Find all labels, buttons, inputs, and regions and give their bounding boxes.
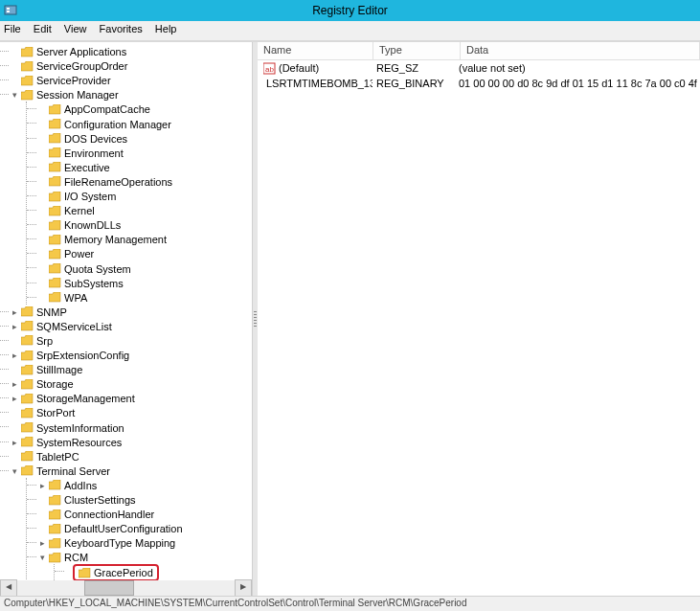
folder-icon [21, 437, 34, 447]
tree-node[interactable]: ServiceGroupOrder [19, 59, 129, 73]
folder-icon [49, 480, 61, 490]
tree-node[interactable]: AppCompatCache [47, 102, 152, 116]
folder-icon [21, 394, 34, 404]
scroll-track[interactable] [17, 580, 235, 596]
folder-icon [21, 451, 34, 462]
tree-node[interactable]: KnownDLLs [47, 218, 123, 232]
tree-node[interactable]: FileRenameOperations [47, 175, 174, 189]
tree-node[interactable]: KeyboardType Mapping [47, 536, 177, 550]
column-header-name[interactable]: Name [258, 42, 373, 59]
tree-toggle[interactable]: ▸ [11, 320, 19, 333]
tree-toggle[interactable]: ▾ [11, 464, 19, 478]
tree-node[interactable]: StorPort [19, 406, 77, 419]
tree-node[interactable]: SystemResources [19, 436, 124, 449]
tree-node[interactable]: Quota System [47, 262, 133, 276]
menu-file[interactable]: File [4, 23, 21, 34]
tree-node[interactable]: SNMP [19, 306, 69, 319]
tree-node-label: SrpExtensionConfig [36, 349, 129, 362]
app-icon [4, 3, 17, 16]
tree-node[interactable]: TabletPC [19, 450, 81, 464]
tree-node[interactable]: ClusterSettings [47, 493, 138, 507]
tree-node[interactable]: Kernel [47, 204, 97, 217]
tree-node[interactable]: Session Manager [19, 88, 121, 102]
tree-toggle[interactable]: ▸ [11, 349, 19, 362]
tree-node[interactable]: Terminal Server [19, 464, 112, 478]
folder-icon [49, 206, 61, 216]
tree-toggle[interactable]: ▸ [11, 392, 19, 405]
folder-icon [49, 278, 61, 288]
scroll-left-button[interactable]: ◀ [0, 579, 17, 596]
tree-node[interactable]: WPA [47, 291, 89, 305]
folder-icon [49, 235, 61, 245]
tree-node-label: Quota System [64, 262, 131, 276]
value-data: 01 00 00 00 d0 8c 9d df 01 15 d1 11 8c 7… [455, 78, 700, 89]
tree-node[interactable]: ConnectionHandler [47, 508, 156, 521]
folder-icon [49, 249, 61, 260]
list-row[interactable]: 011LSRTMTIMEBOMB_132...REG_BINARY01 00 0… [258, 76, 700, 91]
tree-node-label: Executive [64, 161, 110, 174]
folder-icon [49, 538, 61, 549]
pane-splitter[interactable] [253, 42, 258, 596]
menu-bar: File Edit View Favorites Help [0, 21, 700, 41]
column-header-type[interactable]: Type [373, 42, 461, 59]
tree-toggle[interactable]: ▸ [11, 306, 19, 319]
tree-node[interactable]: Environment [47, 147, 125, 160]
tree-node[interactable]: GracePeriod [73, 564, 159, 581]
column-header-data[interactable]: Data [461, 42, 700, 59]
tree-toggle[interactable]: ▸ [11, 436, 19, 449]
tree-toggle[interactable]: ▾ [38, 551, 47, 564]
value-type: REG_BINARY [373, 78, 455, 89]
tree-node-label: SystemResources [36, 436, 122, 449]
folder-icon [21, 321, 34, 331]
menu-favorites[interactable]: Favorites [100, 23, 143, 34]
tree-node[interactable]: StorageManagement [19, 392, 137, 405]
tree-node-label: Session Manager [36, 88, 119, 102]
tree-toggle[interactable]: ▸ [38, 536, 47, 550]
tree-toggle[interactable]: ▾ [11, 88, 19, 102]
tree-node-label: KeyboardType Mapping [64, 536, 175, 550]
tree-node[interactable]: Configuration Manager [47, 118, 173, 131]
list-row[interactable]: ab(Default)REG_SZ(value not set) [258, 60, 700, 76]
tree-node[interactable]: Srp [19, 334, 55, 348]
tree-node-label: DOS Devices [64, 132, 127, 146]
tree-node-label: SystemInformation [36, 421, 124, 435]
tree-node[interactable]: SubSystems [47, 277, 125, 290]
menu-help[interactable]: Help [155, 23, 177, 34]
tree-node[interactable]: Server Applications [19, 45, 128, 58]
menu-edit[interactable]: Edit [34, 23, 52, 34]
tree-node[interactable]: SystemInformation [19, 421, 126, 435]
tree-node[interactable]: Power [47, 247, 96, 260]
folder-icon [49, 104, 61, 115]
tree-node[interactable]: Storage [19, 377, 76, 391]
tree-node-label: Power [64, 247, 94, 260]
tree-node-label: Environment [64, 147, 124, 160]
tree-node[interactable]: DOS Devices [47, 132, 129, 146]
tree-toggle[interactable]: ▸ [11, 377, 19, 391]
tree-node[interactable]: StillImage [19, 363, 84, 376]
tree-node-label: AddIns [64, 479, 97, 492]
scroll-right-button[interactable]: ▶ [235, 579, 252, 596]
tree-node[interactable]: DefaultUserConfiguration [47, 522, 185, 535]
title-bar: Registry Editor [0, 0, 700, 21]
tree-horizontal-scrollbar[interactable]: ◀ ▶ [0, 580, 252, 596]
tree-node-label: Memory Management [64, 233, 167, 246]
tree-toggle[interactable]: ▸ [38, 479, 47, 492]
tree-node[interactable]: I/O System [47, 190, 118, 203]
svg-text:ab: ab [265, 65, 274, 74]
tree-node-label: ClusterSettings [64, 493, 136, 507]
tree-node-label: ConnectionHandler [64, 508, 154, 521]
tree-node[interactable]: RCM [47, 551, 90, 564]
tree-node[interactable]: ServiceProvider [19, 74, 113, 87]
scroll-thumb[interactable] [84, 580, 134, 596]
tree-node-label: Storage [36, 377, 74, 391]
folder-icon [49, 119, 61, 129]
folder-icon [21, 335, 34, 346]
tree-node[interactable]: SrpExtensionConfig [19, 349, 131, 362]
folder-icon [21, 351, 34, 361]
tree-node[interactable]: SQMServiceList [19, 320, 114, 333]
tree-node[interactable]: Executive [47, 161, 112, 174]
tree-node[interactable]: AddIns [47, 479, 99, 492]
tree-node[interactable]: Memory Management [47, 233, 169, 246]
menu-view[interactable]: View [64, 23, 87, 34]
tree-node-label: FileRenameOperations [64, 175, 172, 189]
